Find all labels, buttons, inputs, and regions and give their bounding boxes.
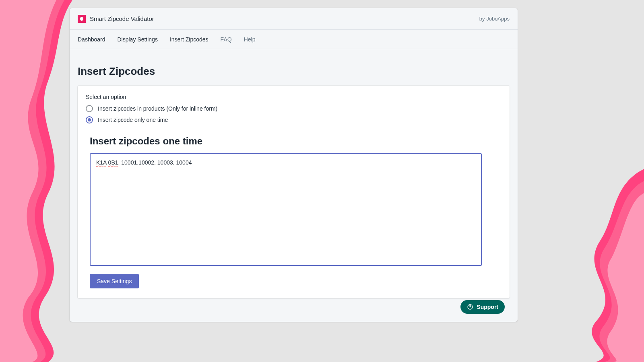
app-title: Smart Zipcode Validator [90, 15, 154, 22]
section-title: Insert zipcodes one time [90, 136, 502, 147]
nav-item-dashboard[interactable]: Dashboard [78, 36, 105, 43]
svg-point-1 [470, 308, 471, 309]
app-title-group: Smart Zipcode Validator [78, 15, 154, 23]
nav-item-display-settings[interactable]: Display Settings [118, 36, 158, 43]
radio-label: Insert zipcodes in products (Only for in… [98, 105, 217, 112]
support-button[interactable]: Support [460, 300, 505, 314]
page-content: Insert Zipcodes Select an option Insert … [70, 49, 518, 322]
app-nav: Dashboard Display Settings Insert Zipcod… [70, 30, 518, 49]
save-settings-button[interactable]: Save Settings [90, 274, 139, 288]
help-circle-icon [467, 304, 473, 310]
spellcheck-word: K1A [96, 159, 107, 166]
spellcheck-word: 0B1 [108, 159, 118, 166]
decorative-wave-left [0, 0, 72, 362]
app-window: Smart Zipcode Validator by JoboApps Dash… [70, 8, 518, 322]
radio-icon [86, 116, 93, 123]
nav-item-help[interactable]: Help [244, 36, 256, 43]
zipcodes-textarea[interactable]: K1A 0B1, 10001,10002, 10003, 10004 [90, 153, 482, 266]
app-logo-icon [78, 15, 86, 23]
nav-item-insert-zipcodes[interactable]: Insert Zipcodes [170, 36, 208, 43]
nav-item-faq[interactable]: FAQ [221, 36, 232, 43]
decorative-wave-right [539, 169, 644, 362]
radio-option-one-time[interactable]: Insert zipcode only one time [86, 116, 502, 123]
app-by-label: by JoboApps [479, 16, 510, 22]
page-title: Insert Zipcodes [78, 65, 510, 78]
settings-card: Select an option Insert zipcodes in prod… [78, 86, 510, 298]
radio-icon [86, 105, 93, 112]
radio-label: Insert zipcode only one time [98, 117, 168, 123]
radio-option-products[interactable]: Insert zipcodes in products (Only for in… [86, 105, 502, 112]
app-header: Smart Zipcode Validator by JoboApps [70, 8, 518, 30]
support-label: Support [477, 304, 498, 310]
option-group-label: Select an option [86, 94, 502, 100]
